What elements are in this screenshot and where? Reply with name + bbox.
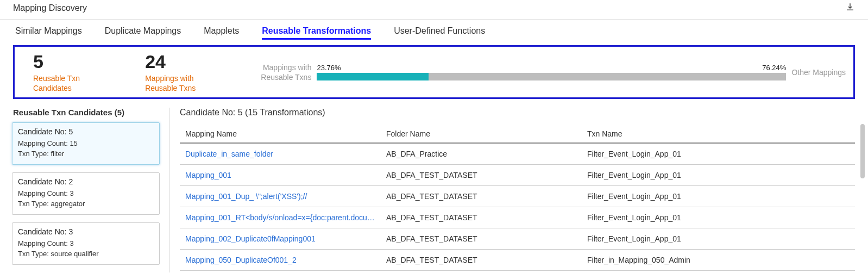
stat-candidates: 5 Reusable Txn Candidates: [33, 51, 80, 93]
col-mapping-name[interactable]: Mapping Name: [180, 125, 381, 143]
mapping-link[interactable]: Duplicate_in_same_folder: [180, 143, 381, 165]
stat-mappings-label: Mappings with Reusable Txns: [145, 73, 196, 93]
txn-cell: Filter_in_Mapping_050_Admin: [582, 250, 855, 271]
chart-bars: 23.76% 76.24%: [317, 64, 786, 80]
txn-cell: Filter_Event_Login_App_01: [582, 186, 855, 207]
table-row[interactable]: Mapping_002_Duplicate0fMapping001AB_DFA_…: [180, 228, 855, 250]
tab-mapplets[interactable]: Mapplets: [204, 26, 239, 40]
chart-seg-other: [429, 73, 787, 80]
candidate-card[interactable]: Candidate No: 5 Mapping Count: 15 Txn Ty…: [12, 122, 160, 165]
stat-mappings: 24 Mappings with Reusable Txns: [145, 51, 196, 93]
tab-reusable-transformations[interactable]: Reusable Transformations: [262, 26, 371, 40]
page-title: Mapping Discovery: [13, 3, 87, 13]
candidate-card[interactable]: Candidate No: 3 Mapping Count: 3 Txn Typ…: [12, 222, 160, 265]
folder-cell: AB_DFA_TEST_DATASET: [381, 165, 582, 186]
table-row[interactable]: Duplicate_in_same_folderAB_DFA_PracticeF…: [180, 143, 855, 165]
tab-user-defined-functions[interactable]: User-Defined Functions: [394, 26, 485, 40]
stat-mappings-value: 24: [145, 51, 196, 72]
tab-duplicate-mappings[interactable]: Duplicate Mappings: [105, 26, 181, 40]
table-row[interactable]: Mapping_050_DuplicateOf001_2AB_DFA_TEST_…: [180, 250, 855, 271]
candidate-title: Candidate No: 3: [18, 227, 154, 236]
detail-title: Candidate No: 5 (15 Transformations): [180, 108, 855, 117]
candidate-type: Txn Type: source qualifier: [18, 250, 154, 258]
folder-cell: AB_DFA_Practice: [381, 143, 582, 165]
candidate-title: Candidate No: 2: [18, 177, 154, 186]
chart-value-right: 76.24%: [762, 64, 786, 72]
chart-seg-reusable: [317, 73, 428, 80]
folder-cell: AB_DFA_TEST_DATASET: [381, 250, 582, 271]
txn-cell: Filter_Event_Login_App_01: [582, 207, 855, 228]
candidate-count: Mapping Count: 3: [18, 239, 154, 247]
candidate-type: Txn Type: filter: [18, 150, 154, 158]
table-row[interactable]: Mapping_001AB_DFA_TEST_DATASETFilter_Eve…: [180, 165, 855, 186]
sidebar-title: Reusable Txn Candidates (5): [10, 108, 162, 117]
tab-similar-mappings[interactable]: Similar Mappings: [15, 26, 82, 40]
transformations-table: Mapping Name Folder Name Txn Name Duplic…: [180, 125, 855, 271]
txn-cell: Filter_Event_Login_App_01: [582, 165, 855, 186]
candidate-card[interactable]: Candidate No: 2 Mapping Count: 3 Txn Typ…: [12, 172, 160, 215]
sidebar: Reusable Txn Candidates (5) Candidate No…: [10, 108, 170, 272]
candidate-title: Candidate No: 5: [18, 127, 154, 136]
folder-cell: AB_DFA_TEST_DATASET: [381, 186, 582, 207]
detail-panel: Candidate No: 5 (15 Transformations) Map…: [170, 108, 855, 272]
col-txn-name[interactable]: Txn Name: [582, 125, 855, 143]
chart-value-left: 23.76%: [317, 64, 341, 72]
table-row[interactable]: Mapping_001_Dup_ \";alert('XSS');//AB_DF…: [180, 186, 855, 207]
txn-cell: Filter_Event_Login_App_01: [582, 228, 855, 250]
candidate-type: Txn Type: aggregator: [18, 200, 154, 208]
folder-cell: AB_DFA_TEST_DATASET: [381, 228, 582, 250]
table-row[interactable]: Mapping_001_RT<body/s/onload=x={doc:pare…: [180, 207, 855, 228]
stat-candidates-label: Reusable Txn Candidates: [33, 73, 80, 93]
mapping-link[interactable]: Mapping_001_Dup_ \";alert('XSS');//: [180, 186, 381, 207]
candidate-count: Mapping Count: 15: [18, 139, 154, 147]
mapping-link[interactable]: Mapping_001_RT<body/s/onload=x={doc:pare…: [180, 207, 381, 228]
page-header: Mapping Discovery: [0, 0, 868, 20]
download-icon[interactable]: [845, 2, 855, 14]
chart-left-label: Mappings with Reusable Txns: [261, 63, 311, 82]
content: Reusable Txn Candidates (5) Candidate No…: [0, 99, 868, 272]
tabs: Similar Mappings Duplicate Mappings Mapp…: [0, 20, 868, 44]
mapping-link[interactable]: Mapping_050_DuplicateOf001_2: [180, 250, 381, 271]
table-body: Duplicate_in_same_folderAB_DFA_PracticeF…: [180, 143, 855, 271]
scrollbar-thumb[interactable]: [860, 124, 865, 178]
stat-candidates-value: 5: [33, 51, 80, 72]
summary-panel: 5 Reusable Txn Candidates 24 Mappings wi…: [13, 45, 855, 99]
candidate-count: Mapping Count: 3: [18, 189, 154, 197]
txn-cell: Filter_Event_Login_App_01: [582, 143, 855, 165]
proportion-chart: Mappings with Reusable Txns 23.76% 76.24…: [261, 63, 846, 82]
chart-right-label: Other Mappings: [791, 68, 846, 77]
col-folder-name[interactable]: Folder Name: [381, 125, 582, 143]
mapping-link[interactable]: Mapping_002_Duplicate0fMapping001: [180, 228, 381, 250]
mapping-link[interactable]: Mapping_001: [180, 165, 381, 186]
folder-cell: AB_DFA_TEST_DATASET: [381, 207, 582, 228]
